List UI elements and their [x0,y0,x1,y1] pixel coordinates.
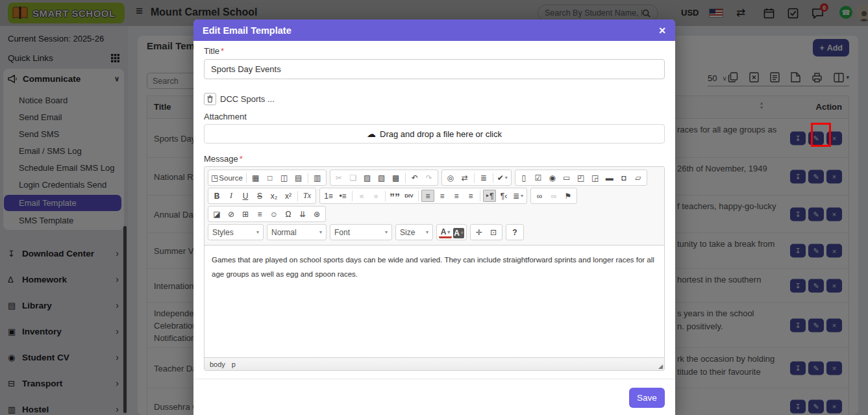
size-combo[interactable]: Size▾ [395,224,433,240]
superscript-icon[interactable]: x² [282,190,295,202]
modal-footer: Save [193,379,675,408]
font-combo[interactable]: Font▾ [330,224,392,240]
form-icon[interactable]: ▯ [517,171,530,184]
close-icon[interactable]: ✕ [658,25,666,36]
toolbar-separator [308,173,308,183]
templates-icon[interactable]: ▥ [311,171,324,184]
button-icon[interactable]: ▬ [603,171,616,184]
elements-path-body[interactable]: body [210,360,225,368]
glyph: A [441,227,447,236]
bidi-ltr-icon[interactable]: ‣¶ [483,190,496,202]
textarea-icon[interactable]: ◰ [575,171,588,184]
page-break-icon[interactable]: ⇊ [296,208,309,220]
image-icon[interactable]: ◪ [210,208,223,220]
about-icon[interactable]: ? [508,226,521,238]
align-center-icon[interactable]: ≡ [436,190,449,202]
select-field-icon[interactable]: ◲ [589,171,602,184]
image-button-icon[interactable]: ◘ [617,171,630,184]
underline-icon[interactable]: U [239,190,252,202]
strikethrough-icon[interactable]: S [253,190,266,202]
glyph: ✔ [497,173,504,182]
bulleted-list-icon[interactable]: •≡ [336,190,349,202]
combo-label: Size [400,228,421,237]
hidden-field-icon[interactable]: ▱ [632,171,645,184]
format-combo[interactable]: Normal▾ [267,224,327,240]
flash-icon[interactable]: ⊘ [225,208,238,220]
glyph: ¶‹ [501,192,507,201]
remove-format-icon[interactable]: Tx [301,190,314,202]
show-blocks-icon[interactable]: ⊡ [487,226,500,238]
styles-combo[interactable]: Styles▾ [208,224,264,240]
maximize-icon[interactable]: ✛ [473,226,486,238]
toolbar-separator [493,173,493,183]
text-color-icon[interactable]: A▾ [439,228,452,238]
toolbar-group: ✂❏▨▧▩↶↷ [330,170,438,186]
toolbar-separator [480,191,480,201]
editor-toolbar: ◳Source▦□◫▤▥✂❏▨▧▩↶↷◎⇄≣✔▾▯☑◉▭◰◲▬◘▱BIUSx₂x… [205,167,664,245]
template-title-input[interactable] [204,59,665,79]
chevron-down-icon: ▾ [426,229,428,235]
save-icon[interactable]: ▦ [249,171,262,184]
align-justify-icon[interactable]: ≡ [464,190,477,202]
undo-icon[interactable]: ↶ [408,171,421,184]
subscript-icon[interactable]: x₂ [267,190,280,202]
align-right-icon[interactable]: ≡ [450,190,463,202]
smiley-icon[interactable]: ☺ [267,208,280,220]
toolbar-separator [405,173,406,183]
language-icon[interactable]: ≣▾ [512,190,525,202]
toolbar-row: ◪⊘⊞≡☺Ω⇊⊛ [208,206,661,222]
file-dropzone[interactable]: ☁↑ Drag and drop a file here or click [204,124,665,144]
toolbar-separator [385,191,386,201]
glyph: ▨ [364,173,371,182]
bidi-rtl-icon[interactable]: ¶‹ [497,190,510,202]
table-icon[interactable]: ⊞ [239,208,252,220]
glyph: ✂ [336,173,342,182]
editor-content-area[interactable]: Games that are played on school sports d… [205,245,664,357]
anchor-icon[interactable]: ⚑ [562,190,575,202]
italic-icon[interactable]: I [225,190,238,202]
div-container-icon[interactable]: DIV [403,190,415,202]
horizontal-rule-icon[interactable]: ≡ [253,208,266,220]
save-button[interactable]: Save [629,388,665,408]
radio-icon[interactable]: ◉ [546,171,559,184]
new-page-icon[interactable]: □ [264,171,277,184]
title-label-text: Title [204,46,219,56]
modal-body: Title* DCC Sports ... Attachment ☁↑ Drag… [193,41,675,371]
paste-word-icon[interactable]: ▩ [390,171,403,184]
paste-icon[interactable]: ▨ [361,171,374,184]
attachment-file-name[interactable]: DCC Sports ... [220,94,275,104]
delete-attachment-button[interactable] [204,93,216,105]
toolbar-group: Size▾ [395,224,433,240]
align-left-icon[interactable]: ≡ [421,190,434,202]
bg-color-icon[interactable]: A▾ [453,228,464,238]
glyph: ☑ [534,173,541,182]
iframe-icon[interactable]: ⊛ [310,208,323,220]
spell-check-icon[interactable]: ✔▾ [496,171,509,184]
chevron-down-icon: ▾ [461,230,464,236]
print-icon[interactable]: ▤ [292,171,305,184]
cloud-upload-icon: ☁↑ [367,129,376,139]
chevron-down-icon: ▾ [319,229,322,235]
preview-icon[interactable]: ◫ [278,171,291,184]
select-all-icon[interactable]: ≣ [477,171,490,184]
resize-handle-icon[interactable]: ◢ [658,363,663,370]
special-char-icon[interactable]: Ω [282,208,295,220]
numbered-list-icon[interactable]: 1≡ [322,190,335,202]
source-icon[interactable]: ◳Source [210,171,243,184]
toolbar-separator [352,191,353,201]
glyph: ↶ [412,173,418,182]
blockquote-icon[interactable]: ”” [388,190,401,202]
elements-path-p[interactable]: p [232,360,236,368]
glyph: ? [512,228,517,237]
toolbar-row: ◳Source▦□◫▤▥✂❏▨▧▩↶↷◎⇄≣✔▾▯☑◉▭◰◲▬◘▱ [208,170,661,186]
paste-text-icon[interactable]: ▧ [375,171,388,184]
bold-icon[interactable]: B [210,190,223,202]
toolbar-separator [297,191,298,201]
link-icon[interactable]: ∞ [533,190,546,202]
toolbar-group: ◎⇄≣✔▾ [441,170,512,186]
text-field-icon[interactable]: ▭ [560,171,573,184]
checkbox-icon[interactable]: ☑ [532,171,545,184]
find-icon[interactable]: ◎ [444,171,457,184]
replace-icon[interactable]: ⇄ [458,171,471,184]
chevron-down-icon: ▾ [505,175,508,181]
